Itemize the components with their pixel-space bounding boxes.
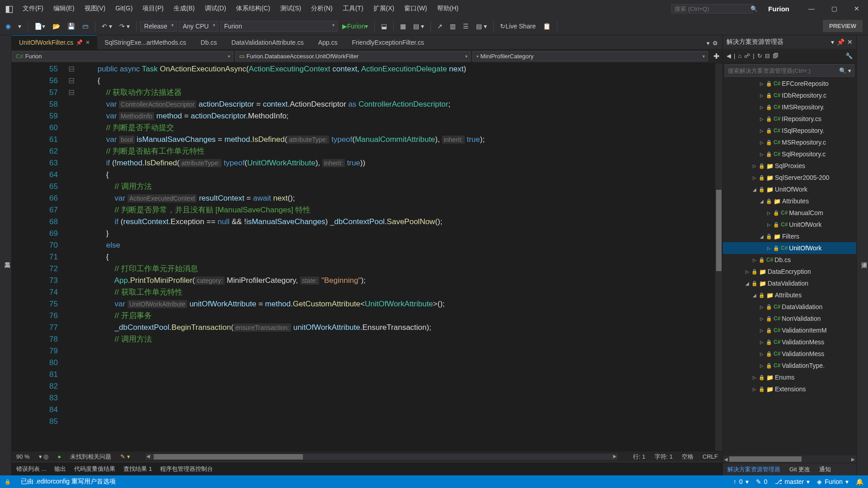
expand-icon[interactable]: ▷ <box>766 246 772 251</box>
expand-icon[interactable]: ▷ <box>766 211 772 216</box>
zoom-dropdown-icon[interactable]: ▾ ◎ <box>39 453 49 460</box>
expand-icon[interactable]: ▷ <box>752 387 757 392</box>
tool-icon-5[interactable]: ▥ <box>447 21 458 32</box>
expand-icon[interactable]: ▷ <box>759 117 764 122</box>
split-editor-button[interactable]: ✚ <box>710 52 722 61</box>
side-tab[interactable]: 通知 <box>815 463 835 476</box>
tool-icon-4[interactable]: ↗ <box>434 21 445 32</box>
side-tab[interactable]: 解决方案资源管理器 <box>723 463 785 476</box>
tree-horizontal-scrollbar[interactable] <box>723 455 856 463</box>
tree-item[interactable]: ▷🔒C#UnitOfWork <box>723 219 856 230</box>
menu-item[interactable]: 生成(B) <box>169 1 199 16</box>
close-tab-icon[interactable]: ✕ <box>85 39 90 46</box>
publish-chip[interactable]: ↑ 0 ▾ <box>733 478 749 485</box>
code-editor[interactable]: 5556575859606162636465666768697071727374… <box>12 63 722 451</box>
feedback-icon[interactable]: 📋 <box>540 21 553 32</box>
editor-tab[interactable]: App.cs <box>311 36 345 49</box>
issues-text[interactable]: 未找到相关问题 <box>70 453 111 461</box>
tool-icon-7[interactable]: ▤ ▾ <box>473 21 490 32</box>
expand-icon[interactable]: ▷ <box>759 305 764 310</box>
se-wrench-icon[interactable]: 🔧 <box>845 52 853 59</box>
scope-combo[interactable]: C#Furion <box>12 51 233 61</box>
config-combo[interactable]: Release <box>140 21 177 32</box>
menu-item[interactable]: 分析(N) <box>307 1 337 16</box>
horizontal-scrollbar[interactable] <box>146 454 618 460</box>
expand-icon[interactable]: ◢ <box>759 234 764 239</box>
expand-icon[interactable]: ▷ <box>759 140 764 145</box>
tree-item[interactable]: ▷🔒C#DataValidation <box>723 301 856 313</box>
tree-item[interactable]: ▷🔒C#ValidationMess <box>723 348 856 360</box>
tree-item[interactable]: ◢🔒📁DataValidation <box>723 277 856 289</box>
tree-item[interactable]: ▷🔒C#ManualCom <box>723 207 856 219</box>
tree-item[interactable]: ▷🔒C#MSRepository.c <box>723 136 856 148</box>
expand-icon[interactable]: ▷ <box>759 152 764 157</box>
left-tool-margin[interactable]: 工具箱 <box>0 35 12 475</box>
tree-item[interactable]: ▷🔒C#IMSRepository. <box>723 101 856 113</box>
run-button[interactable]: ▶ Furion ▾ <box>340 21 371 32</box>
panel-pin-icon[interactable]: 📌 <box>837 38 844 46</box>
bottom-window-tab[interactable]: 查找结果 1 <box>123 465 152 473</box>
menu-item[interactable]: 窗口(W) <box>400 1 432 16</box>
nav-back-icon[interactable]: ▾ <box>15 21 24 32</box>
panel-close-icon[interactable]: ✕ <box>847 38 853 46</box>
menu-item[interactable]: 文件(F) <box>18 1 48 16</box>
fold-column[interactable]: ⊟⊟⊟ <box>66 63 77 451</box>
tree-item[interactable]: ▷🔒📁SqlServer2005-200 <box>723 172 856 183</box>
menu-item[interactable]: 工具(T) <box>338 1 368 16</box>
right-tool-margin[interactable]: 测译 <box>856 35 868 475</box>
brush-icon[interactable]: ✎ ▾ <box>120 453 130 460</box>
tree-item[interactable]: ▷🔒C#ValidationMess <box>723 336 856 348</box>
vertical-scrollbar[interactable] <box>715 63 722 451</box>
se-showall-icon[interactable]: 🗐 <box>773 52 778 59</box>
global-search[interactable]: 🔍 <box>671 4 753 14</box>
global-search-input[interactable] <box>675 5 750 12</box>
repo-chip[interactable]: ◈ Furion ▾ <box>817 478 849 485</box>
editor-tab[interactable]: Db.cs <box>193 36 224 49</box>
tree-item[interactable]: ▷🔒📁DataEncryption <box>723 266 856 277</box>
tree-item[interactable]: ◢🔒📁Filters <box>723 230 856 242</box>
expand-icon[interactable]: ▷ <box>759 363 764 368</box>
type-combo[interactable]: ▭Furion.DatabaseAccessor.UnitOfWorkFilte… <box>235 51 471 61</box>
tree-item[interactable]: ◢🔒📁Attributes <box>723 289 856 301</box>
menu-item[interactable]: 扩展(X) <box>369 1 399 16</box>
new-item-button[interactable]: 📄▾ <box>32 21 48 32</box>
save-all-button[interactable]: 🗃 <box>80 21 91 32</box>
expand-icon[interactable]: ◢ <box>752 293 757 298</box>
tree-item[interactable]: ▷🔒📁Enums <box>723 371 856 383</box>
editor-tab[interactable]: DataValidationAttribute.cs <box>224 36 311 49</box>
minimize-button[interactable]: — <box>800 0 823 17</box>
tree-item[interactable]: ▷🔒📁Extensions <box>723 383 856 395</box>
expand-icon[interactable]: ▷ <box>759 328 764 333</box>
tool-icon-6[interactable]: ☰ <box>460 21 472 32</box>
tool-icon-3[interactable]: ▤ ▾ <box>410 21 427 32</box>
menu-item[interactable]: 项目(P) <box>138 1 168 16</box>
side-tab[interactable]: Git 更改 <box>785 463 815 476</box>
tree-item[interactable]: ▷🔒C#ISqlRepository. <box>723 125 856 136</box>
tool-icon-1[interactable]: ⬓ <box>378 21 390 32</box>
menu-item[interactable]: 编辑(E) <box>49 1 79 16</box>
nav-back-button[interactable]: ◉ <box>3 21 14 32</box>
tab-overflow-icon[interactable]: ▾ <box>707 40 710 47</box>
open-button[interactable]: 📂 <box>50 21 63 32</box>
expand-icon[interactable]: ▷ <box>766 222 772 227</box>
member-combo[interactable]: ▪MiniProfilerCategory <box>472 51 708 61</box>
se-collapse-icon[interactable]: ⊟ <box>765 52 770 59</box>
solution-tree[interactable]: ▷🔒C#EFCoreReposito▷🔒C#IDbRepository.c▷🔒C… <box>723 78 856 455</box>
save-button[interactable]: 💾 <box>65 21 78 32</box>
menu-item[interactable]: 测试(S) <box>276 1 306 16</box>
tree-item[interactable]: ▷🔒C#SqlRepository.c <box>723 148 856 160</box>
tree-item[interactable]: ▷🔒C#UnitOfWork <box>723 242 856 254</box>
bottom-window-tab[interactable]: 输出 <box>54 465 66 473</box>
solution-search-input[interactable] <box>728 67 839 74</box>
tree-item[interactable]: ▷🔒C#IRepository.cs <box>723 113 856 125</box>
tree-item[interactable]: ◢🔒📁UnitOfWork <box>723 183 856 195</box>
menu-item[interactable]: 帮助(H) <box>433 1 463 16</box>
expand-icon[interactable]: ▷ <box>759 105 764 110</box>
expand-icon[interactable]: ▷ <box>752 375 757 380</box>
solution-search[interactable]: 🔍 ▾ <box>725 64 854 77</box>
menu-item[interactable]: 视图(V) <box>80 1 110 16</box>
menu-item[interactable]: 调试(D) <box>200 1 231 16</box>
pending-chip[interactable]: ✎ 0 <box>756 478 768 485</box>
branch-chip[interactable]: ⎇ master ▾ <box>775 478 810 485</box>
expand-icon[interactable]: ▷ <box>752 175 757 180</box>
